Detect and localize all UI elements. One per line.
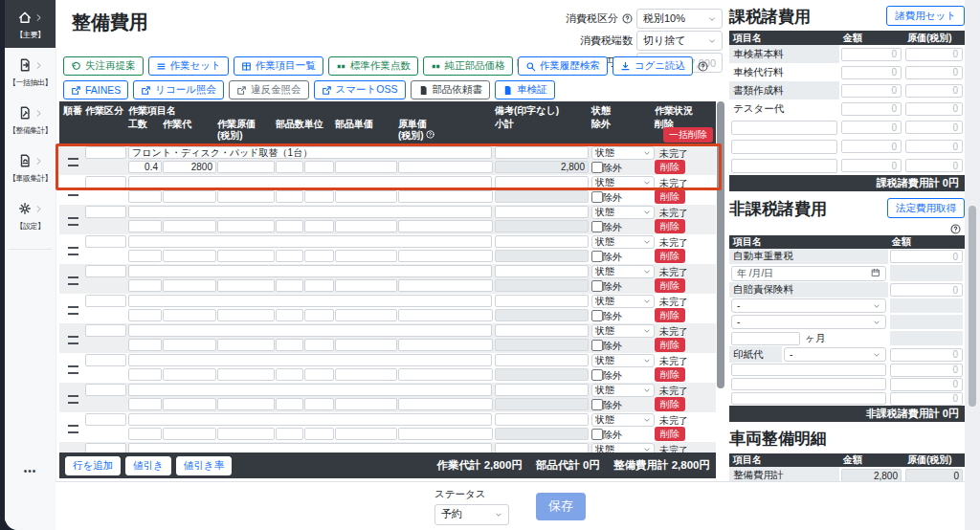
delete-row-button[interactable]: 削除 <box>655 189 685 204</box>
row-status-select[interactable]: 状態 <box>591 413 655 427</box>
drag-handle[interactable] <box>68 217 78 226</box>
note-input[interactable] <box>495 235 589 248</box>
toolbar-button[interactable]: コグニ読込 <box>612 56 693 76</box>
work-name-input[interactable] <box>128 324 492 337</box>
labor-cost-input[interactable] <box>217 220 275 232</box>
labor-input[interactable] <box>163 398 216 410</box>
expense-name-input[interactable] <box>731 378 886 390</box>
parts-qty-input[interactable] <box>276 398 303 410</box>
sidebar-item[interactable]: 【車販集計】 <box>5 144 56 191</box>
toolbar-button[interactable]: リコール照会 <box>133 80 224 99</box>
amount-input[interactable] <box>841 159 902 172</box>
note-input[interactable] <box>495 354 589 366</box>
parts-qty-input[interactable] <box>276 339 303 351</box>
unit-cost-input[interactable] <box>398 309 493 321</box>
delete-row-button[interactable]: 削除 <box>655 308 685 322</box>
note-input[interactable] <box>495 384 589 396</box>
expense-name-input[interactable] <box>731 121 837 135</box>
drag-handle[interactable] <box>68 365 78 374</box>
work-category-input[interactable] <box>85 206 126 218</box>
insurance-input[interactable] <box>890 283 963 297</box>
sidebar-item[interactable]: 【整備集計】 <box>5 96 56 144</box>
toolbar-button[interactable]: FAINES <box>63 80 128 99</box>
table-scrollbar-thumb[interactable] <box>717 101 724 388</box>
exclude-checkbox[interactable] <box>591 162 603 173</box>
unit-cost-input[interactable] <box>398 250 493 262</box>
toolbar-button[interactable]: 部品依頼書 <box>411 80 491 99</box>
delete-row-button[interactable]: 削除 <box>655 367 685 382</box>
unit-input[interactable] <box>304 279 334 292</box>
labor-cost-input[interactable] <box>217 190 275 203</box>
sidebar-item[interactable]: 【主要】 <box>5 0 56 48</box>
labor-input[interactable] <box>163 428 216 440</box>
question-icon[interactable] <box>698 61 708 72</box>
row-status-select[interactable]: 状態 <box>591 443 655 453</box>
row-status-select[interactable]: 状態 <box>591 295 655 308</box>
unit-cost-input[interactable] <box>398 368 493 381</box>
labor-input[interactable] <box>163 339 216 351</box>
delete-row-button[interactable]: 削除 <box>655 278 685 293</box>
labor-cost-input[interactable] <box>217 368 275 381</box>
parts-price-input[interactable] <box>335 250 397 262</box>
drag-handle[interactable] <box>68 247 78 255</box>
exclude-checkbox[interactable] <box>591 221 603 232</box>
amount-input[interactable] <box>841 121 902 134</box>
work-category-input[interactable] <box>85 324 126 337</box>
labor-input[interactable] <box>163 368 216 381</box>
work-name-input[interactable] <box>128 176 492 188</box>
labor-cost-input[interactable] <box>217 339 275 351</box>
unit-input[interactable] <box>304 161 334 173</box>
work-name-input[interactable] <box>128 265 492 277</box>
labor-input[interactable] <box>163 309 216 321</box>
toolbar-button[interactable]: 作業セット <box>148 56 229 76</box>
row-status-select[interactable]: 状態 <box>591 146 655 160</box>
unit-cost-input[interactable] <box>398 161 493 173</box>
cost-input[interactable] <box>905 84 963 98</box>
note-input[interactable] <box>495 176 589 188</box>
note-input[interactable] <box>495 146 589 159</box>
unit-input[interactable] <box>304 428 334 440</box>
note-input[interactable] <box>495 443 589 453</box>
sidebar-item[interactable]: 【設定】 <box>5 191 56 239</box>
work-name-input[interactable] <box>128 413 492 426</box>
date-input[interactable]: 年 /月/日 <box>731 266 886 281</box>
cost-input[interactable] <box>905 102 963 116</box>
labor-cost-input[interactable] <box>217 250 275 262</box>
labor-cost-input[interactable] <box>217 161 275 173</box>
work-name-input[interactable] <box>128 295 492 307</box>
drag-handle[interactable] <box>68 158 78 166</box>
amount-input[interactable] <box>890 392 963 406</box>
sidebar-item[interactable]: 【一括抽出】 <box>5 48 56 96</box>
unit-cost-input[interactable] <box>398 398 493 410</box>
exclude-checkbox[interactable] <box>591 369 603 381</box>
work-category-input[interactable] <box>85 413 126 426</box>
expense-set-button[interactable]: 諸費用セット <box>886 6 965 26</box>
work-name-input[interactable] <box>128 206 492 218</box>
row-status-select[interactable]: 状態 <box>591 176 655 189</box>
hours-input[interactable] <box>128 339 162 351</box>
work-category-input[interactable] <box>85 146 126 159</box>
parts-price-input[interactable] <box>335 220 397 232</box>
row-status-select[interactable]: 状態 <box>591 206 655 219</box>
hours-input[interactable] <box>128 398 162 410</box>
toolbar-button[interactable]: スマートOSS <box>314 80 406 99</box>
drag-handle[interactable] <box>68 395 78 404</box>
unit-input[interactable] <box>304 339 334 351</box>
parts-price-input[interactable] <box>335 190 397 203</box>
labor-input[interactable] <box>163 220 216 232</box>
drag-handle[interactable] <box>68 188 78 196</box>
toolbar-button[interactable]: 標準作業点数 <box>328 56 418 76</box>
toolbar-button[interactable]: 作業履歴検索 <box>518 56 608 76</box>
delete-row-button[interactable]: 削除 <box>655 249 685 263</box>
parts-qty-input[interactable] <box>276 309 303 321</box>
labor-cost-input[interactable] <box>217 309 275 321</box>
cost-input[interactable] <box>905 140 963 153</box>
insurance-select-1[interactable]: - <box>731 298 886 313</box>
bulk-delete-button[interactable]: 一括削除 <box>663 127 713 143</box>
parts-qty-input[interactable] <box>276 190 303 203</box>
delete-row-button[interactable]: 削除 <box>655 338 685 352</box>
delete-row-button[interactable]: 削除 <box>655 160 685 174</box>
row-status-select[interactable]: 状態 <box>591 235 655 249</box>
amount-input[interactable] <box>841 102 902 116</box>
parts-price-input[interactable] <box>335 161 397 173</box>
